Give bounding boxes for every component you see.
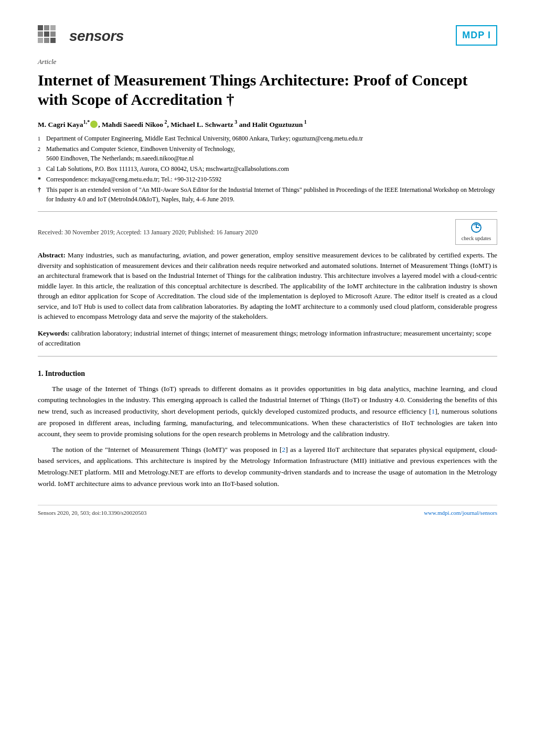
keywords-label: Keywords: [38,329,70,337]
author-name-kaya: M. Cagri Kaya [38,120,83,128]
sensors-logo-text: sensors [69,25,124,47]
affil-text-2: Mathematics and Computer Science, Eindho… [46,144,235,163]
svg-rect-7 [44,38,49,43]
section1-para2: The notion of the "Internet of Measureme… [38,444,497,489]
abstract-label: Abstract: [38,251,66,259]
dates-text: Received: 30 November 2019; Accepted: 13… [38,228,258,237]
svg-rect-3 [38,31,43,37]
affil-text-3: Cal Lab Solutions, P.O. Box 111113, Auro… [46,164,289,174]
affil-num-3: 3 [38,164,44,174]
orcid-icon [90,121,98,128]
paper-title: Internet of Measurement Things Architect… [38,70,497,110]
affil-num-2: 2 [38,144,44,163]
ref-2-link[interactable]: 2 [282,446,286,453]
mdpi-logo: MDP I [456,25,497,46]
svg-rect-4 [44,31,49,37]
page-header: sensors MDP I [38,25,497,47]
affil-item-2: 2 Mathematics and Computer Science, Eind… [38,144,497,163]
author-name-schwartz: Michael L. Schwartz [170,120,233,128]
affil-text-1: Department of Computer Engineering, Midd… [46,134,363,143]
affil-item-3: 3 Cal Lab Solutions, P.O. Box 111113, Au… [38,164,497,174]
abstract-text: Many industries, such as manufacturing, … [38,251,497,320]
section1-para1: The usage of the Internet of Things (IoT… [38,383,497,440]
affil-text-dagger: This paper is an extended version of "An… [46,185,497,204]
svg-rect-5 [50,31,56,37]
article-label: Article [38,57,497,67]
footer-journal-url[interactable]: www.mdpi.com/journal/sensors [424,509,497,517]
affil-num-1: 1 [38,134,44,143]
author-sup-1: 1,* [83,119,90,125]
authors-line: M. Cagri Kaya1,*, Mahdi Saeedi Nikoo 2, … [38,118,497,130]
keywords-section: Keywords: calibration laboratory; indust… [38,328,497,349]
affiliations-list: 1 Department of Computer Engineering, Mi… [38,134,497,204]
dates-line: Received: 30 November 2019; Accepted: 13… [38,219,497,245]
svg-rect-0 [38,25,43,30]
sensors-logo-icon [38,25,65,47]
footer-citation: Sensors 2020, 20, 503; doi:10.3390/s2002… [38,509,146,517]
check-updates-icon [468,222,484,233]
page-footer: Sensors 2020, 20, 503; doi:10.3390/s2002… [38,505,497,517]
author-sup-4: 1 [303,119,307,125]
affil-item-star: * Correspondence: mckaya@ceng.metu.edu.t… [38,175,497,184]
affil-special-star: * [38,175,44,184]
svg-rect-1 [44,25,49,30]
svg-rect-8 [50,38,56,43]
logo-area: sensors [38,25,124,47]
affil-text-star: Correspondence: mckaya@ceng.metu.edu.tr;… [46,175,221,184]
keywords-text: calibration laboratory; industrial inter… [38,329,491,348]
divider-1 [38,211,497,212]
divider-2 [38,356,497,357]
affil-item-1: 1 Department of Computer Engineering, Mi… [38,134,497,143]
svg-rect-2 [50,25,56,30]
ref-1-link[interactable]: 1 [432,407,435,415]
author-sep-1: , [98,120,102,128]
affil-item-dagger: † This paper is an extended version of "… [38,185,497,204]
check-updates-label: check updates [462,234,491,242]
section1-heading: 1. Introduction [38,368,497,379]
author-sep-3: and [237,120,252,128]
author-name-nikoo: Mahdi Saeedi Nikoo [102,120,163,128]
svg-rect-6 [38,38,43,43]
author-name-oguztuzun: Halit Oguztuzun [252,120,303,128]
affil-special-dagger: † [38,185,44,204]
abstract-section: Abstract: Many industries, such as manuf… [38,250,497,322]
check-updates-badge[interactable]: check updates [455,219,497,245]
